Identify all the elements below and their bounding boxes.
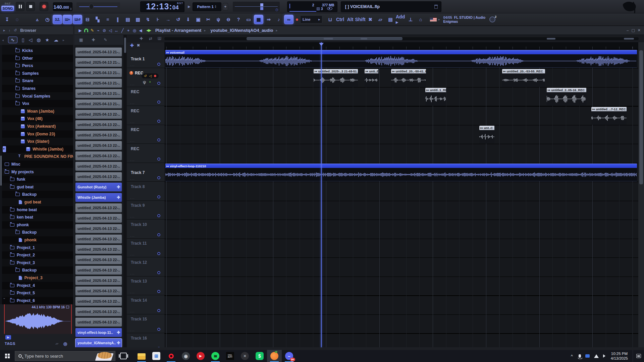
- app-call-of-duty[interactable]: CALL DUTY: [223, 350, 237, 362]
- globe-icon[interactable]: 2: [489, 16, 495, 22]
- track-tools-icon[interactable]: ✖: [137, 43, 140, 48]
- browser-item[interactable]: Moan (Jamba): [2, 108, 73, 115]
- clip-source-item[interactable]: untitled_2025-04-13 22-.. ✚: [75, 317, 122, 327]
- clip-source-item[interactable]: untitled_2025-04-13 22-.. ✚: [75, 276, 122, 285]
- paint-tool-icon[interactable]: ⌁: [95, 28, 101, 33]
- Track 12[interactable]: Track 12 ↺ ◁ ψ▲ ...: [127, 258, 164, 277]
- time-display[interactable]: B:S:T 12:13:04: [140, 1, 184, 12]
- clip-header[interactable]: unt..C: [479, 126, 494, 130]
- track-name[interactable]: REC: [131, 146, 139, 151]
- add-marker-icon[interactable]: ✚: [140, 36, 143, 41]
- clip-header[interactable]: untitled_2..05-16_REC: [547, 88, 586, 92]
- track-options-dots[interactable]: ...: [130, 215, 135, 218]
- track-name[interactable]: Track 10: [131, 222, 147, 227]
- browser-item[interactable]: Whistle (Jamba): [2, 145, 73, 153]
- Track 8[interactable]: Track 8 ↺ ◁ ψ▲ ...: [127, 182, 164, 201]
- REC[interactable]: REC ↺ ◁ ψ▲ ...: [127, 106, 164, 125]
- tray-expand-icon[interactable]: ^: [570, 354, 574, 359]
- track-name[interactable]: Track 14: [131, 298, 147, 303]
- clip-list-scrollbar[interactable]: [123, 35, 127, 347]
- taskbar-clock[interactable]: 10:25 PM 4/13/2025: [611, 351, 628, 361]
- browser-item[interactable]: Backup: [2, 191, 73, 198]
- slider-handle[interactable]: [260, 3, 263, 6]
- browser-tab-online[interactable]: ◍: [37, 37, 41, 43]
- master-pitch-slider[interactable]: ◷: [233, 2, 280, 12]
- track-options-dots[interactable]: ...: [130, 234, 135, 237]
- clip-source-item[interactable]: untitled_2025-04-13 21-.. ✚: [75, 68, 122, 77]
- audio-clip[interactable]: untitled_20..-53-55_REC: [502, 69, 545, 87]
- clip-source-item[interactable]: untitled_2025-04-13 22-.. ✚: [75, 120, 122, 129]
- browser-item[interactable]: home beat: [2, 206, 73, 214]
- scrollbar-thumb[interactable]: [124, 38, 126, 53]
- song-mode-button[interactable]: SONG: [1, 6, 14, 11]
- track-options-dots[interactable]: ...: [130, 158, 135, 162]
- monitor-icon[interactable]: ◁: [149, 74, 152, 78]
- export-icon[interactable]: ⇓: [183, 15, 193, 24]
- track-name[interactable]: REC: [131, 89, 139, 94]
- browser-item[interactable]: gud beat: [2, 183, 73, 191]
- tempo-display[interactable]: 140.000 ▲▼: [53, 2, 72, 11]
- shop-icon[interactable]: ⌂: [416, 15, 425, 24]
- track-mute-led[interactable]: [157, 252, 160, 255]
- track-mute-led[interactable]: [157, 82, 160, 85]
- browser-tab-samples[interactable]: ∿: [8, 37, 17, 43]
- browser-item[interactable]: Vox: [2, 100, 73, 107]
- track-mute-led[interactable]: [157, 120, 160, 123]
- ctrl-key-button[interactable]: Ctrl: [335, 15, 345, 24]
- browser-item[interactable]: Vocal Samples: [2, 93, 73, 100]
- browser-item[interactable]: Kicks: [2, 47, 73, 54]
- browser-item[interactable]: Other: [2, 55, 73, 62]
- clip-source-item[interactable]: untitled_2025-04-13 22-.. ✚: [75, 203, 122, 213]
- record-controls[interactable]: ↺ ◁: [142, 73, 159, 78]
- clip-source-item[interactable]: untitled_2025-04-13 22-.. ✚: [75, 245, 122, 254]
- vscroll-thumb[interactable]: [639, 50, 643, 184]
- next-empty-pattern-icon[interactable]: →: [163, 15, 173, 24]
- loop-record-icon[interactable]: ↺: [144, 74, 147, 78]
- track-name[interactable]: REC: [131, 127, 139, 132]
- recording-link-icon[interactable]: ∞: [284, 15, 293, 24]
- track-mute-led[interactable]: [157, 347, 160, 348]
- playlist-window-icon[interactable]: ▦: [254, 15, 263, 24]
- audio-clip[interactable]: voicemail: [165, 50, 637, 68]
- app-media-player[interactable]: ▶: [193, 350, 208, 362]
- track-name[interactable]: Track 16: [131, 336, 147, 341]
- REC[interactable]: REC ↺ ◁ ψ▲ ...: [127, 125, 164, 144]
- track-mute-led[interactable]: [157, 271, 160, 274]
- browser-item[interactable]: phonk: [2, 221, 73, 229]
- clip-source-item[interactable]: untitled_2025-04-13 22-.. ✚: [75, 141, 122, 150]
- tabs-scroll-right-icon[interactable]: ▸: [63, 38, 64, 42]
- track-name[interactable]: Track 9: [131, 203, 145, 208]
- tools-icon[interactable]: ⊦: [153, 15, 163, 24]
- Track 14[interactable]: Track 14 ↺ ◁ ψ▲ ...: [127, 296, 164, 314]
- browser-up-icon[interactable]: ↑: [9, 28, 11, 33]
- shuffle-slider-handle[interactable]: [89, 4, 94, 9]
- add-track-button[interactable]: ✚: [130, 43, 134, 48]
- playlist-minimize-icon[interactable]: –: [627, 28, 629, 33]
- clip-source-item[interactable]: untitled_2025-04-13 22-.. ✚: [75, 172, 122, 181]
- arrangement-name[interactable]: youtube_IGNwnstqAO4_audio: [210, 28, 273, 33]
- browser-item[interactable]: Snares: [2, 85, 73, 92]
- clip-source-item[interactable]: untitled_2025-04-13 22-.. ✚: [75, 162, 122, 171]
- browser-item[interactable]: Project_1: [2, 244, 73, 251]
- grid-view-icon[interactable]: ▦: [79, 38, 83, 42]
- track-mute-led[interactable]: [157, 138, 160, 141]
- app-spotify[interactable]: ≋: [208, 350, 223, 362]
- trash-icon[interactable]: [434, 5, 438, 9]
- browser-expand-icon[interactable]: ▸: [3, 28, 5, 33]
- metronome-icon[interactable]: ▵: [33, 15, 42, 24]
- draw-tool-icon[interactable]: ✎: [89, 28, 95, 33]
- track-name[interactable]: REC: [131, 109, 139, 113]
- browser-item[interactable]: Project_5: [2, 289, 73, 297]
- chat-icon[interactable]: ⊖: [224, 15, 233, 24]
- touch-controller-icon[interactable]: ◌: [12, 15, 22, 24]
- browser-item[interactable]: Vox (48): [2, 115, 73, 122]
- Track 15[interactable]: Track 15 ↺ ◁ ψ▲ ...: [127, 314, 164, 333]
- record-dot-icon[interactable]: [154, 75, 156, 77]
- piano-roll-icon[interactable]: ♪: [274, 15, 283, 24]
- track-name[interactable]: Track 11: [131, 241, 147, 246]
- browser-item[interactable]: Project_3: [2, 259, 73, 266]
- clip-source-item[interactable]: untitled_2025-04-13 22-.. ✚: [75, 265, 122, 275]
- browser-item[interactable]: ken beat: [2, 214, 73, 221]
- audio-clip[interactable]: unt..C: [479, 126, 494, 143]
- clip-header[interactable]: untitled_..7-12_REC: [591, 107, 627, 111]
